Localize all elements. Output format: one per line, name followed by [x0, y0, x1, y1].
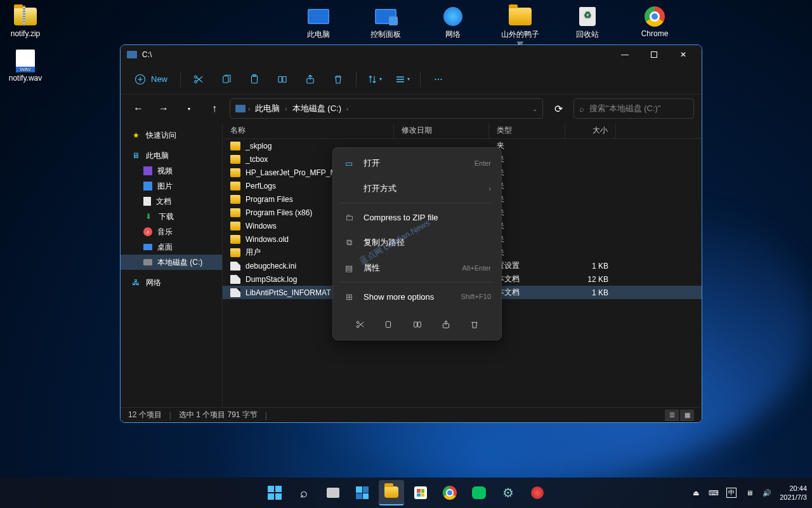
zip-icon: 🗀: [343, 211, 355, 223]
column-name[interactable]: 名称: [223, 123, 394, 138]
ctx-cut-button[interactable]: [350, 314, 370, 335]
ctx-properties[interactable]: ▤ 属性 Alt+Enter: [336, 255, 499, 281]
task-view-button[interactable]: [320, 480, 346, 505]
file-icon: [230, 275, 240, 284]
paste-button[interactable]: [242, 68, 267, 91]
ctx-open[interactable]: ▭ 打开 Enter: [336, 150, 499, 176]
start-button[interactable]: [262, 480, 287, 505]
file-name: Windows.old: [246, 235, 289, 244]
folder-icon: [230, 248, 240, 257]
tray-network-icon[interactable]: 🖥: [744, 488, 754, 498]
video-icon: [143, 166, 152, 175]
recent-button[interactable]: ▾: [179, 98, 199, 119]
sidebar-this-pc[interactable]: 🖥此电脑: [121, 148, 222, 163]
ctx-copy-path[interactable]: ⧉ 复制为路径: [336, 230, 499, 255]
breadcrumb-segment[interactable]: 此电脑: [252, 102, 282, 116]
tray-usb-icon[interactable]: ⏏: [691, 488, 701, 498]
folder-icon: [230, 142, 240, 150]
file-name: DumpStack.log: [246, 275, 297, 284]
chevron-right-icon: ›: [488, 185, 491, 192]
details-view-button[interactable]: ☰: [665, 410, 679, 421]
ctx-share-button[interactable]: [436, 314, 456, 335]
file-size: 12 KB: [565, 275, 616, 284]
minimize-button[interactable]: [610, 45, 639, 64]
sidebar-item-documents[interactable]: 文档: [121, 194, 222, 209]
file-explorer-taskbtn[interactable]: [379, 480, 404, 505]
tray-keyboard-icon[interactable]: ⌨: [709, 488, 719, 498]
sidebar-network[interactable]: 🖧网络: [121, 275, 222, 290]
column-type[interactable]: 类型: [489, 123, 565, 138]
clock-time: 20:44: [780, 484, 807, 493]
back-button[interactable]: ←: [128, 98, 148, 119]
trash-icon: [332, 74, 344, 85]
ctx-compress-zip[interactable]: 🗀 Compress to ZIP file: [336, 204, 499, 230]
file-size: 1 KB: [565, 262, 616, 271]
app-taskbtn[interactable]: [525, 480, 550, 505]
sidebar-item-downloads[interactable]: ⬇下载: [121, 209, 222, 224]
up-button[interactable]: ↑: [204, 98, 225, 119]
taskbar-clock[interactable]: 20:44 2021/7/3: [780, 484, 807, 502]
toolbar: New ▾ ▾: [121, 64, 702, 95]
sort-button[interactable]: ▾: [362, 68, 387, 91]
open-icon: ▭: [343, 157, 355, 169]
settings-taskbtn[interactable]: ⚙: [495, 480, 521, 505]
close-button[interactable]: [669, 45, 698, 64]
star-icon: ★: [131, 130, 141, 140]
separator: [341, 282, 494, 283]
delete-button[interactable]: [325, 68, 351, 91]
new-button[interactable]: New: [127, 68, 175, 91]
more-button[interactable]: [426, 68, 451, 91]
item-count: 12 个项目: [128, 410, 162, 420]
refresh-button[interactable]: ⟳: [548, 98, 568, 119]
chrome-taskbtn[interactable]: [437, 480, 462, 505]
copy-button[interactable]: [214, 68, 239, 91]
file-name: HP_LaserJet_Pro_MFP_M: [246, 168, 336, 177]
sidebar-item-video[interactable]: 视频: [121, 163, 222, 178]
sidebar-item-music[interactable]: ♪音乐: [121, 224, 222, 239]
wechat-taskbtn[interactable]: [466, 480, 492, 505]
search-button[interactable]: ⌕: [291, 480, 317, 505]
sidebar-item-desktop[interactable]: 桌面: [121, 239, 222, 255]
folder-icon: [230, 222, 240, 231]
store-taskbtn[interactable]: [408, 480, 433, 505]
tray-ime-icon[interactable]: 中: [726, 488, 737, 498]
scissors-icon: [193, 74, 204, 85]
sidebar-item-pictures[interactable]: 图片: [121, 178, 222, 194]
chevron-down-icon[interactable]: ⌄: [532, 105, 537, 112]
sidebar-item-local-disk[interactable]: 本地磁盘 (C:): [121, 255, 222, 270]
disk-icon: [143, 259, 152, 265]
ctx-show-more[interactable]: ⊞ Show more options Shift+F10: [336, 284, 499, 309]
column-date[interactable]: 修改日期: [394, 123, 489, 138]
cut-button[interactable]: [186, 68, 211, 91]
titlebar[interactable]: C:\: [121, 45, 702, 64]
ctx-copy-button[interactable]: [379, 314, 399, 335]
clipboard-icon: [249, 74, 260, 85]
column-size[interactable]: 大小: [565, 123, 616, 138]
ctx-rename-button[interactable]: [407, 314, 428, 335]
copy-icon: [221, 74, 232, 85]
forward-button[interactable]: →: [154, 98, 174, 119]
sidebar-quick-access[interactable]: ★快速访问: [121, 128, 222, 143]
svg-rect-6: [278, 76, 282, 82]
monitor-icon: [308, 9, 329, 24]
share-button[interactable]: [298, 68, 323, 91]
ctx-open-with[interactable]: 打开方式 ›: [336, 176, 499, 201]
network-icon: 🖧: [131, 277, 141, 288]
view-button[interactable]: ▾: [390, 68, 415, 91]
copy-icon: [384, 319, 394, 330]
sort-icon: [367, 74, 378, 85]
column-headers: 名称 修改日期 类型 大小: [223, 123, 702, 139]
breadcrumb[interactable]: › 此电脑 › 本地磁盘 (C:) › ⌄: [230, 98, 543, 119]
desktop-icon: [143, 244, 152, 250]
breadcrumb-segment[interactable]: 本地磁盘 (C:): [290, 102, 344, 116]
ctx-delete-button[interactable]: [464, 314, 485, 335]
svg-rect-14: [386, 321, 390, 327]
search-input[interactable]: ⌕ 搜索"本地磁盘 (C:)": [573, 98, 694, 119]
widgets-button[interactable]: [350, 480, 375, 505]
tray-volume-icon[interactable]: 🔊: [762, 488, 772, 498]
trash-icon: [469, 319, 480, 330]
maximize-button[interactable]: [639, 45, 669, 64]
desktop-icon-notify-wav[interactable]: WAV notify.wav: [5, 50, 46, 83]
thumbnails-view-button[interactable]: ▦: [680, 410, 694, 421]
rename-button[interactable]: [270, 68, 295, 91]
